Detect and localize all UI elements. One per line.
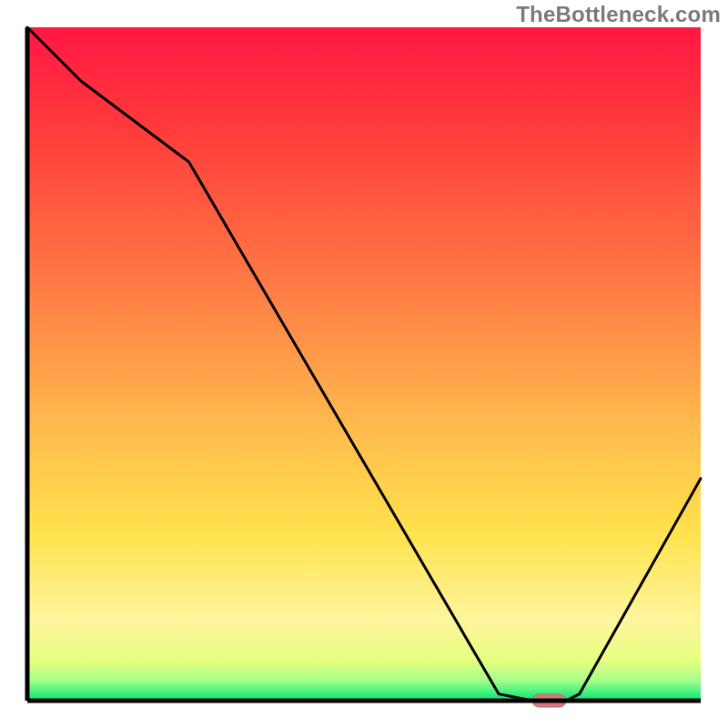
watermark-text: TheBottleneck.com bbox=[516, 2, 721, 27]
chart-container: TheBottleneck.com bbox=[0, 0, 728, 728]
plot-background bbox=[27, 27, 701, 701]
bottleneck-chart bbox=[0, 0, 728, 728]
